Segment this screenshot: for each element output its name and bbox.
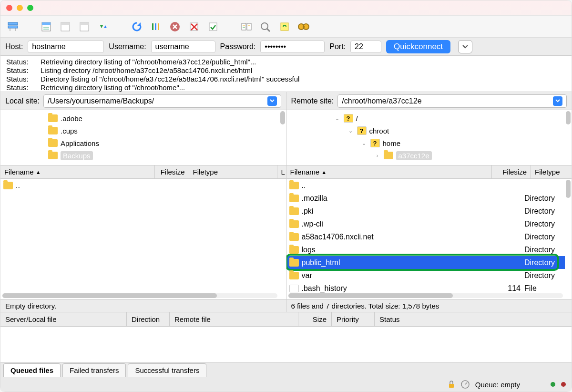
- tab-successful-transfers[interactable]: Successful transfers: [128, 363, 206, 377]
- remote-header-filetype[interactable]: Filetype: [531, 165, 572, 178]
- refresh-icon[interactable]: [129, 20, 144, 34]
- local-tree[interactable]: .adobe.cupsApplicationsBackups: [0, 110, 286, 165]
- log-label: Status:: [6, 66, 31, 75]
- scrollbar-horizontal[interactable]: [2, 293, 277, 298]
- remote-header-filename[interactable]: Filename▲: [286, 165, 492, 178]
- queue-header-size[interactable]: Size: [298, 312, 332, 326]
- local-header-filename[interactable]: Filename▲: [0, 165, 155, 178]
- log-text: Directory listing of "/chroot/home/a37cc…: [41, 75, 299, 83]
- chevron-down-icon[interactable]: [553, 96, 562, 106]
- tree-item[interactable]: ⌄?chroot: [334, 124, 565, 137]
- toggle-queue-icon[interactable]: [96, 20, 111, 34]
- password-input[interactable]: [260, 41, 325, 53]
- directory-compare-icon[interactable]: [239, 20, 254, 34]
- window-minimize-button[interactable]: [17, 5, 23, 11]
- local-site-path: /Users/yourusername/Backups/: [48, 97, 154, 105]
- list-item[interactable]: .bash_history114File: [286, 282, 565, 293]
- local-file-list[interactable]: ..: [0, 179, 286, 299]
- file-name: ..: [302, 181, 491, 190]
- chevron-down-icon[interactable]: [267, 96, 277, 106]
- queue-header-remote[interactable]: Remote file: [170, 312, 298, 326]
- list-item[interactable]: logsDirectory: [286, 243, 565, 256]
- list-item[interactable]: ..: [286, 179, 565, 192]
- tree-item-label: chroot: [369, 127, 389, 135]
- titlebar: [0, 0, 572, 16]
- tree-item[interactable]: ⌄?home: [334, 137, 565, 149]
- tree-item[interactable]: Backups: [48, 149, 279, 162]
- queue-header-direction[interactable]: Direction: [127, 312, 170, 326]
- tab-queued-files[interactable]: Queued files: [3, 363, 61, 377]
- lock-icon[interactable]: [448, 380, 455, 389]
- folder-icon: [289, 207, 299, 215]
- cancel-icon[interactable]: [167, 20, 183, 34]
- remote-site-combo[interactable]: /chroot/home/a37cc12e: [337, 94, 567, 108]
- port-input[interactable]: [350, 41, 381, 53]
- filter-icon[interactable]: [258, 20, 273, 34]
- list-item[interactable]: .mozillaDirectory: [286, 192, 565, 205]
- list-item[interactable]: .wp-cliDirectory: [286, 217, 565, 230]
- toggle-remote-tree-icon[interactable]: [77, 20, 92, 34]
- list-item[interactable]: .pkiDirectory: [286, 205, 565, 217]
- sort-asc-icon: ▲: [36, 169, 41, 175]
- disclosure-icon[interactable]: ⌄: [361, 140, 368, 146]
- queue-header-priority[interactable]: Priority: [332, 312, 375, 326]
- tree-item[interactable]: ›a37cc12e: [334, 149, 565, 162]
- quickconnect-dropdown[interactable]: [458, 40, 472, 53]
- username-label: Username:: [109, 42, 146, 51]
- file-name: .mozilla: [302, 194, 491, 203]
- queue-tabs: Queued files Failed transfers Successful…: [0, 363, 572, 377]
- sync-browse-icon[interactable]: [277, 20, 292, 34]
- find-icon[interactable]: [296, 20, 311, 34]
- queue-header-server[interactable]: Server/Local file: [0, 312, 127, 326]
- message-log[interactable]: Status:Retrieving directory listing of "…: [0, 56, 572, 92]
- tree-item[interactable]: Applications: [48, 137, 279, 149]
- tree-item-label: Applications: [61, 139, 99, 147]
- local-header-filetype[interactable]: Filetype: [189, 165, 277, 178]
- queue-header-status[interactable]: Status: [375, 312, 572, 326]
- local-header-filesize[interactable]: Filesize: [155, 165, 189, 178]
- list-item[interactable]: a58ac14706.nxcli.netDirectory: [286, 230, 565, 243]
- list-item[interactable]: public_htmlDirectory: [286, 256, 565, 269]
- scrollbar-thumb[interactable]: [2, 293, 217, 298]
- local-status: Empty directory.: [0, 299, 286, 312]
- local-site-combo[interactable]: /Users/yourusername/Backups/: [43, 94, 281, 108]
- list-item[interactable]: ..: [0, 179, 279, 192]
- username-input[interactable]: [151, 41, 215, 53]
- window-zoom-button[interactable]: [27, 5, 33, 11]
- scrollbar-thumb[interactable]: [566, 111, 571, 124]
- folder-icon: [48, 152, 58, 159]
- list-item[interactable]: varDirectory: [286, 269, 565, 282]
- file-name: a58ac14706.nxcli.net: [302, 233, 491, 241]
- folder-icon: [48, 114, 58, 122]
- scrollbar-thumb[interactable]: [288, 293, 453, 298]
- tab-failed-transfers[interactable]: Failed transfers: [62, 363, 126, 377]
- site-manager-icon[interactable]: [5, 20, 20, 34]
- tree-item-label: .cups: [61, 127, 78, 135]
- svg-rect-29: [281, 23, 288, 31]
- quickconnect-button[interactable]: Quickconnect: [386, 40, 450, 53]
- host-input[interactable]: [28, 41, 104, 53]
- queue-list[interactable]: [0, 327, 572, 363]
- remote-tree[interactable]: ⌄?/⌄?chroot⌄?home›a37cc12e: [286, 110, 572, 165]
- log-text: Retrieving directory listing of "/chroot…: [41, 83, 185, 92]
- toggle-local-tree-icon[interactable]: [58, 20, 73, 34]
- remote-file-list[interactable]: ...mozillaDirectory.pkiDirectory.wp-cliD…: [286, 179, 572, 299]
- svg-rect-14: [158, 23, 159, 30]
- disclosure-icon[interactable]: ›: [374, 153, 381, 158]
- disclosure-icon[interactable]: ⌄: [347, 128, 354, 134]
- window-close-button[interactable]: [6, 5, 12, 11]
- tree-item[interactable]: .cups: [48, 124, 279, 137]
- remote-header-filesize[interactable]: Filesize: [492, 165, 531, 178]
- tree-item[interactable]: ⌄?/: [334, 112, 565, 124]
- process-queue-icon[interactable]: [148, 20, 163, 34]
- toggle-log-icon[interactable]: [39, 20, 54, 34]
- scrollbar-thumb[interactable]: [566, 180, 571, 198]
- disconnect-icon[interactable]: [186, 20, 202, 34]
- tree-item[interactable]: .adobe: [48, 112, 279, 124]
- local-header-lastmod[interactable]: L: [277, 165, 286, 178]
- scrollbar-thumb[interactable]: [280, 111, 285, 124]
- speed-limit-icon[interactable]: [461, 380, 470, 389]
- scrollbar-horizontal[interactable]: [288, 293, 563, 298]
- reconnect-icon[interactable]: [205, 20, 221, 34]
- disclosure-icon[interactable]: ⌄: [334, 115, 341, 122]
